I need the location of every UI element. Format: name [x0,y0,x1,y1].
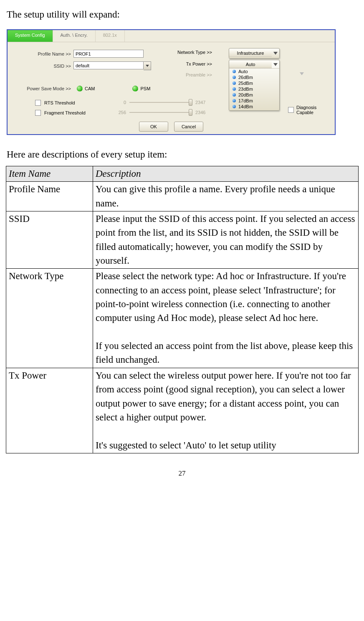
table-row: SSID Please input the SSID of this acces… [6,211,359,269]
tx-option[interactable]: 17dBm [229,98,279,104]
preamble-label: Preamble >> [166,72,212,77]
table-row: Profile Name You can give this profile a… [6,182,359,211]
tab-system-config[interactable]: System Config [8,30,53,42]
tx-power-select[interactable]: Auto Auto 26dBm 25dBm 23dBm 20dBm 17dBm … [229,60,280,111]
profile-name-input[interactable] [73,50,144,58]
rts-label: RTS Threshold [44,100,75,105]
radio-psm[interactable] [132,86,138,92]
intro-text-1: The setup utility will expand: [7,9,358,20]
intro-text-2: Here are descriptions of every setup ite… [7,149,358,160]
cancel-button[interactable]: Cancel [174,122,203,132]
power-save-label: Power Save Mode >> [17,86,71,91]
page-number: 27 [6,469,358,478]
frag-min: 256 [114,110,126,115]
tabbar: System Config Auth. \ Encry. 802.1x [8,30,335,42]
diag-label: Diagnosis Capable [296,105,335,115]
frag-checkbox[interactable] [35,110,41,116]
table-row: Network Type Please select the network t… [6,269,359,368]
tx-option[interactable]: 14dBm [229,104,279,109]
tx-option[interactable]: Auto [229,69,279,74]
ok-button[interactable]: OK [139,122,168,132]
radio-cam[interactable] [77,86,83,92]
psm-label: PSM [140,86,150,91]
chevron-down-icon[interactable] [144,61,151,70]
frag-max: 2346 [195,110,205,115]
setup-utility-screenshot: System Config Auth. \ Encry. 802.1x Prof… [7,29,336,135]
rts-min: 0 [114,100,126,105]
network-type-select[interactable]: Infrastructure [229,48,280,59]
tx-option[interactable]: 26dBm [229,74,279,80]
tx-option[interactable]: 23dBm [229,86,279,92]
diag-checkbox[interactable] [288,107,294,113]
tx-option[interactable]: 20dBm [229,92,279,98]
chevron-down-icon[interactable] [272,52,279,55]
tab-8021x: 802.1x [96,30,125,42]
th-desc: Description [93,166,359,182]
chevron-down-icon[interactable] [272,63,279,66]
frag-slider[interactable] [129,112,192,113]
description-table: Item Name Description Profile Name You c… [6,166,359,453]
tx-power-label: Tx Power >> [166,61,212,66]
ssid-combo[interactable] [73,61,151,70]
chevron-down-icon [300,72,304,75]
cam-label: CAM [85,86,95,91]
rts-max: 2347 [195,100,205,105]
tab-auth-encry[interactable]: Auth. \ Encry. [53,30,96,42]
network-type-label: Network Type >> [166,50,212,55]
rts-checkbox[interactable] [35,100,41,106]
table-row: Tx Power You can select the wireless out… [6,368,359,453]
th-item: Item Name [6,166,93,182]
rts-slider[interactable] [129,102,192,103]
ssid-label: SSID >> [17,64,71,69]
tx-option[interactable]: 25dBm [229,80,279,86]
profile-name-label: Profile Name >> [17,51,71,56]
frag-label: Fragment Threshold [44,110,86,115]
